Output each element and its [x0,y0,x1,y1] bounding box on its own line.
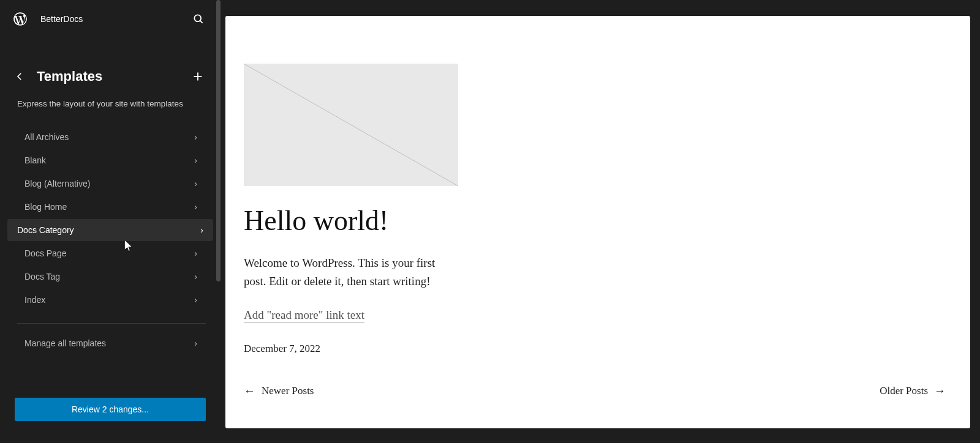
section-description: Express the layout of your site with tem… [0,92,221,126]
manage-list: Manage all templates › [0,332,221,356]
chevron-right-icon: › [194,295,197,305]
template-item-blog-home[interactable]: Blog Home › [7,196,213,218]
newer-posts-label: Newer Posts [262,385,314,397]
editor-canvas-wrap: Hello world! Welcome to WordPress. This … [221,0,980,443]
template-item-all-archives[interactable]: All Archives › [7,126,213,148]
template-list: All Archives › Blank › Blog (Alternative… [0,126,221,312]
older-posts-label: Older Posts [880,385,928,397]
template-item-label: All Archives [24,132,69,142]
wordpress-logo-icon[interactable] [12,11,28,27]
arrow-right-icon: → [934,384,946,398]
review-changes-button[interactable]: Review 2 changes... [15,398,206,421]
sidebar-scrollbar-thumb[interactable] [216,0,221,281]
chevron-right-icon: › [194,202,197,212]
arrow-left-icon: ← [244,384,255,398]
template-item-label: Docs Page [24,248,66,258]
divider [17,323,206,324]
sidebar: BetterDocs Templates Express the layout … [0,0,221,443]
manage-label: Manage all templates [24,338,106,348]
add-template-button[interactable] [190,69,206,84]
post-date: December 7, 2022 [244,343,946,355]
svg-line-1 [200,21,203,23]
template-item-label: Blog (Alternative) [24,179,90,188]
chevron-right-icon: › [200,225,203,235]
template-item-docs-page[interactable]: Docs Page › [7,242,213,264]
search-icon[interactable] [191,12,206,26]
svg-point-0 [194,15,201,21]
chevron-right-icon: › [194,155,197,165]
read-more-link-input[interactable]: Add "read more" link text [244,308,364,322]
site-name[interactable]: BetterDocs [40,14,181,24]
template-item-blank[interactable]: Blank › [7,149,213,171]
chevron-right-icon: › [194,338,197,348]
chevron-right-icon: › [194,272,197,281]
chevron-right-icon: › [194,132,197,142]
chevron-right-icon: › [194,248,197,258]
template-item-label: Docs Tag [24,272,60,281]
sidebar-scrollbar-track[interactable] [216,0,221,443]
template-item-docs-tag[interactable]: Docs Tag › [7,266,213,288]
template-item-blog-alternative[interactable]: Blog (Alternative) › [7,173,213,195]
back-button[interactable] [12,69,27,84]
pagination: ← Newer Posts Older Posts → [244,384,946,398]
review-bar: Review 2 changes... [0,387,221,443]
template-item-label: Blog Home [24,202,67,212]
chevron-right-icon: › [194,179,197,188]
top-bar: BetterDocs [0,0,221,38]
section-header: Templates [0,38,221,92]
featured-image-placeholder[interactable] [244,64,458,186]
template-item-label: Index [24,295,45,305]
manage-all-templates[interactable]: Manage all templates › [7,332,213,354]
template-item-index[interactable]: Index › [7,289,213,311]
template-item-label: Blank [24,155,46,165]
template-item-docs-category[interactable]: Docs Category › [7,219,213,241]
svg-line-4 [244,64,458,186]
template-item-label: Docs Category [17,225,74,235]
post-excerpt[interactable]: Welcome to WordPress. This is your first… [244,254,452,291]
newer-posts-link[interactable]: ← Newer Posts [244,384,314,398]
section-title: Templates [37,69,183,84]
older-posts-link[interactable]: Older Posts → [880,384,946,398]
editor-canvas[interactable]: Hello world! Welcome to WordPress. This … [225,16,970,428]
post-title[interactable]: Hello world! [244,204,946,237]
